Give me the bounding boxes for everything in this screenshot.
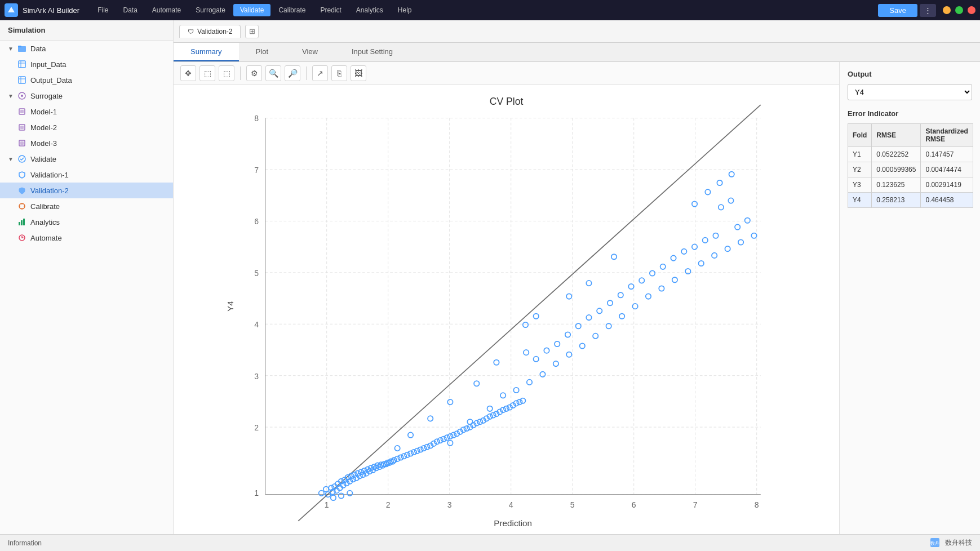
sub-tab-summary[interactable]: Summary [174,43,239,61]
row-y1-rmse: 0.0522252 [872,147,921,162]
automate-icon [17,233,27,243]
svg-text:7: 7 [693,500,698,509]
sidebar-item-output-data[interactable]: Output_Data [0,72,173,88]
title-bar-actions: Save ⋮ [878,4,936,17]
copy-button[interactable]: ⎘ [331,65,347,81]
svg-point-199 [474,381,479,386]
main-layout: Simulation ▼ Data Input_Data Output_Data… [0,20,980,534]
svg-text:8: 8 [254,114,259,123]
sub-tab-view[interactable]: View [285,43,335,61]
status-bar-right: 数舟 数舟科技 [929,537,972,549]
sidebar-validate-label: Validate [30,155,56,163]
svg-point-188 [728,198,733,203]
svg-point-120 [447,434,453,439]
sub-tab-plot[interactable]: Plot [239,43,285,61]
settings-button[interactable]: ⚙ [246,65,262,81]
maximize-button[interactable] [955,6,963,14]
svg-point-104 [394,456,400,461]
input-data-icon [17,59,27,69]
svg-rect-25 [23,219,25,225]
tab-expand-button[interactable]: ⊞ [245,25,259,38]
svg-point-121 [451,433,456,438]
svg-point-173 [597,308,602,313]
more-button[interactable]: ⋮ [920,4,936,17]
svg-point-189 [692,201,697,206]
menu-calibrate[interactable]: Calibrate [272,4,312,16]
menu-surrogate[interactable]: Surrogate [189,4,232,16]
menu-analytics[interactable]: Analytics [349,4,390,16]
error-indicator-label: Error Indicator [848,109,972,118]
svg-point-179 [660,264,666,269]
svg-point-167 [534,357,539,362]
table-row: Y4 0.258213 0.464458 [848,193,973,208]
menu-help[interactable]: Help [391,4,419,16]
sidebar-item-validate[interactable]: ▼ Validate [0,151,173,167]
zoom-in-button[interactable]: 🔍 [265,65,281,81]
svg-text:1: 1 [325,500,329,509]
output-select[interactable]: Y1 Y2 Y3 Y4 [848,84,972,100]
menu-predict[interactable]: Predict [313,4,348,16]
sidebar-item-input-data[interactable]: Input_Data [0,56,173,72]
zoom-out-button[interactable]: 🔎 [285,65,300,81]
svg-point-62 [319,491,324,496]
minimize-button[interactable] [943,6,951,14]
company-logo: 数舟 [929,537,941,549]
menu-validate[interactable]: Validate [233,4,271,16]
svg-rect-12 [20,110,24,113]
svg-text:3: 3 [254,372,259,381]
svg-point-185 [735,224,740,229]
sidebar-item-model1[interactable]: Model-1 [0,104,173,119]
status-bar: Information 数舟 数舟科技 [0,534,980,551]
sidebar-model3-label: Model-3 [30,139,57,148]
svg-point-153 [593,334,598,339]
menu-file[interactable]: File [91,4,115,16]
sidebar-item-automate[interactable]: Automate [0,230,173,246]
image-button[interactable]: 🖼 [351,65,366,81]
svg-text:5: 5 [254,269,259,278]
row-y2-fold: Y2 [848,162,872,177]
calibrate-icon [17,201,27,211]
sidebar-surrogate-label: Surrogate [30,92,63,100]
svg-point-168 [544,348,549,353]
svg-point-109 [411,450,416,455]
svg-point-174 [607,300,613,305]
move-tool-button[interactable]: ✥ [180,65,196,81]
sidebar-item-surrogate[interactable]: ▼ Surrogate [0,88,173,104]
sub-tab-input-setting[interactable]: Input Setting [335,43,410,61]
svg-point-181 [681,249,686,254]
sidebar-item-model3[interactable]: Model-3 [0,135,173,151]
table-row: Y3 0.123625 0.00291419 [848,177,973,193]
sidebar-validation1-label: Validation-1 [30,171,69,179]
sidebar-calibrate-label: Calibrate [30,202,60,211]
save-button[interactable]: Save [878,4,917,17]
sidebar-input-data-label: Input_Data [30,60,66,69]
svg-text:4: 4 [254,320,259,329]
svg-text:数舟: 数舟 [930,541,939,546]
svg-point-200 [447,399,453,405]
sidebar-item-calibrate[interactable]: Calibrate [0,198,173,214]
menu-data[interactable]: Data [117,4,144,16]
surrogate-icon [17,91,27,101]
svg-point-107 [405,452,410,457]
close-button[interactable] [968,6,975,14]
svg-point-164 [738,239,743,245]
sidebar-item-validation1[interactable]: Validation-1 [0,167,173,183]
sidebar-item-validation2[interactable]: Validation-2 [0,183,173,198]
svg-point-103 [392,457,397,463]
validation2-tab[interactable]: 🛡 Validation-2 [179,25,241,38]
svg-point-155 [619,314,624,319]
sidebar-item-analytics[interactable]: Analytics [0,214,173,230]
status-label: Information [8,539,42,547]
export-button[interactable]: ↗ [312,65,328,81]
menu-automate[interactable]: Automate [145,4,188,16]
zoom-out-box-button[interactable]: ⬚ [219,65,234,81]
zoom-in-box-button[interactable]: ⬚ [199,65,215,81]
sidebar-item-data[interactable]: ▼ Data [0,41,173,56]
svg-point-159 [672,277,677,282]
x-axis-label: Prediction [494,518,532,528]
tab-icon: 🛡 [188,28,194,35]
col-header-fold: Fold [848,124,872,147]
svg-text:1: 1 [254,488,259,497]
svg-point-203 [394,446,400,451]
sidebar-item-model2[interactable]: Model-2 [0,119,173,135]
